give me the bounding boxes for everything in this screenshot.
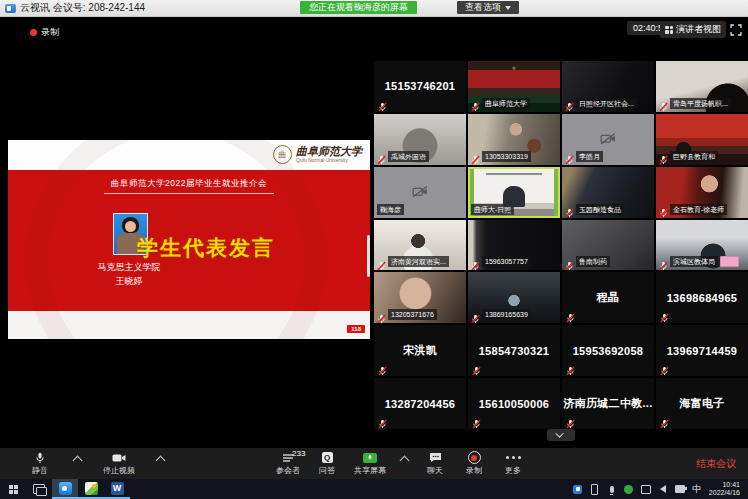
participant-tile[interactable]: 日照经开区社会... (562, 61, 654, 112)
mic-muted-icon (660, 415, 669, 425)
clock-time: 10:41 (709, 481, 740, 489)
tray-microphone-icon[interactable] (607, 484, 617, 494)
slide-page-badge: 118 (347, 325, 365, 333)
university-seal-icon: 曲 (273, 145, 292, 164)
mic-muted-icon (565, 204, 574, 214)
view-options-label: 查看选项 (465, 1, 501, 14)
record-icon (468, 451, 481, 464)
participant-tile[interactable]: 济南黄河双语实... (374, 220, 466, 271)
shared-slide: 曲 曲阜师范大学 Qufu Normal University 曲阜师范大学20… (8, 140, 370, 339)
participant-tile[interactable]: 15153746201 (374, 61, 466, 112)
participant-tile[interactable]: 巨野县教育和 (656, 114, 748, 165)
screen-share-banner: 您正在观看鞠海彦的屏幕 (300, 1, 417, 14)
ime-indicator[interactable]: 中 (692, 484, 702, 494)
participant-tile[interactable]: 15854730321 (468, 325, 560, 376)
system-tray: 中 10:41 2022/4/16 (573, 481, 748, 497)
video-options-chevron[interactable] (156, 456, 166, 466)
antivirus-icon[interactable] (624, 484, 634, 494)
view-options-button[interactable]: 查看选项 (457, 1, 519, 14)
share-options-chevron[interactable] (400, 456, 410, 466)
taskbar-app-cloud-video[interactable] (52, 479, 78, 499)
participants-button[interactable]: 233 参会者 (276, 451, 300, 476)
end-meeting-button[interactable]: 结束会议 (696, 457, 736, 471)
participants-count-badge: 233 (292, 449, 305, 458)
mic-muted-icon (378, 415, 387, 425)
share-screen-icon (363, 453, 377, 463)
participant-tile[interactable]: 13053303319 (468, 114, 560, 165)
participant-tile[interactable]: 海富电子 (656, 378, 748, 429)
participant-tile[interactable]: 13969714459 (656, 325, 748, 376)
mute-options-chevron[interactable] (73, 456, 83, 466)
recording-label: 录制 (41, 26, 59, 39)
participant-name: 13969714459 (656, 325, 748, 376)
fullscreen-icon[interactable] (730, 22, 742, 34)
participant-tile[interactable]: 15610050006 (468, 378, 560, 429)
window-title: 云视讯 会议号: 208-242-144 (20, 1, 145, 15)
participant-tile[interactable]: 程晶 (562, 272, 654, 323)
participant-name: 青岛平度扬帆职... (670, 98, 731, 109)
mic-muted-icon (378, 362, 387, 372)
participant-tile[interactable]: 13287204456 (374, 378, 466, 429)
display-icon[interactable] (641, 484, 651, 494)
participant-name: 宋洪凯 (374, 325, 466, 376)
camera-off-icon (600, 131, 616, 144)
participant-tile[interactable]: 13698684965 (656, 272, 748, 323)
participant-tile[interactable]: 鞠海彦 (374, 167, 466, 218)
participants-label: 参会者 (276, 465, 300, 476)
participant-tile[interactable]: 宋洪凯 (374, 325, 466, 376)
record-button[interactable]: 录制 (462, 451, 486, 476)
participant-name: 金石教育-徐老师 (670, 204, 727, 215)
participant-tile[interactable]: 曲师大-日照 (468, 167, 560, 218)
participant-tile[interactable]: 青岛平度扬帆职... (656, 61, 748, 112)
chat-button[interactable]: 聊天 (423, 451, 447, 476)
participant-tile[interactable]: 13869165639 (468, 272, 560, 323)
speaker-department: 马克思主义学院 (69, 260, 189, 274)
battery-icon[interactable] (675, 484, 685, 494)
camera-off-icon (412, 184, 428, 197)
taskbar-clock[interactable]: 10:41 2022/4/16 (709, 481, 743, 497)
mic-muted-icon (377, 151, 386, 161)
stop-video-button[interactable]: 停止视频 (103, 451, 135, 476)
participant-tile[interactable]: 禹城外国语 (374, 114, 466, 165)
mute-button[interactable]: 静音 (28, 451, 52, 476)
usb-icon[interactable] (590, 484, 600, 494)
recording-indicator: 录制 (30, 26, 59, 39)
participant-name: 曲阜师范大学 (482, 98, 530, 109)
mic-muted-icon (566, 415, 575, 425)
participant-tile[interactable]: 玉园酿造食品 (562, 167, 654, 218)
more-button[interactable]: 更多 (501, 451, 525, 476)
mic-muted-icon (471, 151, 480, 161)
mic-muted-icon (471, 98, 480, 108)
taskbar-app-word[interactable]: W (104, 479, 130, 499)
participant-name: 15854730321 (468, 325, 560, 376)
participant-name: 禹城外国语 (388, 151, 429, 162)
participant-tile[interactable]: 鲁南制药 (562, 220, 654, 271)
university-logo: 曲 曲阜师范大学 Qufu Normal University (273, 145, 362, 164)
mute-label: 静音 (32, 465, 48, 476)
participant-name: 曲师大-日照 (471, 204, 514, 215)
participant-tile[interactable]: 曲阜师范大学 (468, 61, 560, 112)
speaker-view-label: 演讲者视图 (676, 23, 721, 36)
participant-tile[interactable]: 15953692058 (562, 325, 654, 376)
speaker-view-button[interactable]: 演讲者视图 (660, 21, 726, 38)
mic-muted-icon (565, 151, 574, 161)
participant-tile[interactable]: 金石教育-徐老师 (656, 167, 748, 218)
qa-button[interactable]: Q 问答 (315, 451, 339, 476)
participant-name: 鲁南制药 (576, 256, 610, 267)
tray-app-icon[interactable] (573, 484, 583, 494)
participant-tile[interactable]: 济南历城二中教... (562, 378, 654, 429)
task-view-button[interactable] (26, 479, 52, 499)
participant-tile[interactable]: 滨城区教体局 (656, 220, 748, 271)
slide-scrollbar[interactable] (367, 235, 370, 277)
participant-tile[interactable]: 15963057757 (468, 220, 560, 271)
participant-tile[interactable]: 李皓月 (562, 114, 654, 165)
cloud-video-app-icon (59, 482, 72, 495)
participant-tile[interactable]: 13205371676 (374, 272, 466, 323)
start-button[interactable] (0, 479, 26, 499)
volume-icon[interactable] (658, 484, 668, 494)
share-screen-button[interactable]: 共享屏幕 (354, 451, 386, 476)
taskbar-app-photos[interactable] (78, 479, 104, 499)
scroll-down-button[interactable] (547, 429, 575, 441)
participant-name: 程晶 (562, 272, 654, 323)
subtitle-underline (104, 193, 274, 194)
